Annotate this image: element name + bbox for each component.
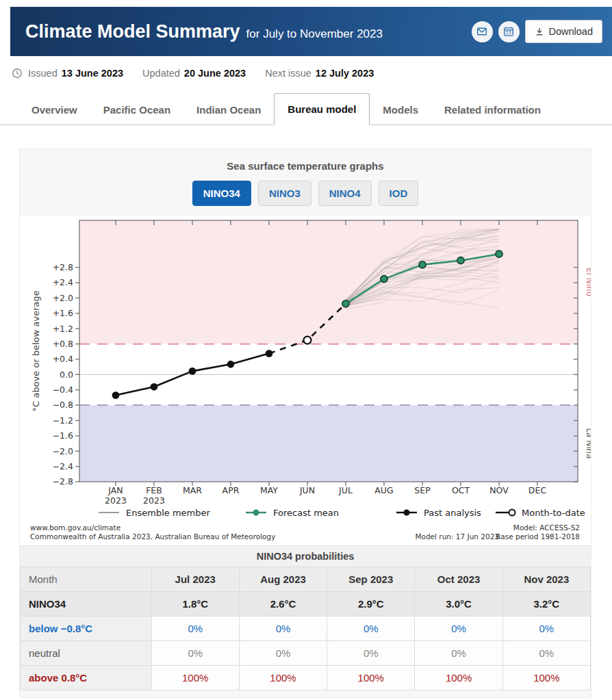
svg-text:Commonwealth of Australia 2023: Commonwealth of Australia 2023, Australi… [30,532,275,541]
svg-text:JUN: JUN [299,485,315,495]
tab-indian-ocean[interactable]: Indian Ocean [183,95,274,125]
svg-text:+1.2: +1.2 [53,324,73,334]
svg-text:Past analysis: Past analysis [424,508,481,518]
issued-date: 13 June 2023 [62,68,123,79]
svg-text:+1.6: +1.6 [53,308,73,318]
page-title: Climate Model Summary for July to Novemb… [25,21,383,42]
issue-info-row: Issued 13 June 2023 Updated 20 June 2023… [12,68,612,79]
svg-text:2023: 2023 [105,495,127,506]
tab-related-information[interactable]: Related information [431,95,554,125]
table-row-below: below −0.8°C 0% 0% 0% 0% 0% [21,617,591,641]
graph-section-title: Sea surface temperature graphs [20,149,591,172]
svg-text:Model run: 17 Jun 2023: Model run: 17 Jun 2023 [415,532,499,541]
svg-text:2023: 2023 [143,495,165,506]
bureau-model-panel: Sea surface temperature graphs NINO34 NI… [19,148,591,698]
svg-text:°C above or below average: °C above or below average [31,291,41,412]
probabilities-table: Month Jul 2023 Aug 2023 Sep 2023 Oct 202… [20,567,591,690]
cell-value: 3.0°C [415,592,502,617]
col-header-oct: Oct 2023 [415,567,502,592]
svg-text:FEB: FEB [146,485,162,495]
row-label-below: below −0.8°C [21,617,152,641]
next-issue-date: 12 July 2023 [316,68,374,79]
cell-value: 100% [415,666,502,690]
probabilities-title: NINO34 probabilities [20,545,591,567]
cell-value: 100% [239,666,327,690]
cell-value: 100% [151,666,239,690]
table-header-row: Month Jul 2023 Aug 2023 Sep 2023 Oct 202… [21,567,591,592]
svg-text:Forecast mean: Forecast mean [273,508,339,518]
svg-text:www.bom.gov.au/climate: www.bom.gov.au/climate [30,523,120,532]
iod-button[interactable]: IOD [379,181,419,206]
svg-text:El Niño: El Niño [585,268,591,296]
svg-text:OCT: OCT [452,485,470,495]
page-title-subtitle: for July to November 2023 [246,27,383,41]
header-actions: Download [472,20,603,43]
cell-value: 100% [502,666,590,690]
svg-text:Model: ACCESS-S2: Model: ACCESS-S2 [513,523,580,532]
svg-text:0.0: 0.0 [60,370,73,380]
col-header-aug: Aug 2023 [239,567,327,592]
cell-value: 0% [415,641,502,666]
nino4-button[interactable]: NINO4 [318,181,372,206]
svg-text:Month-to-date: Month-to-date [522,508,585,518]
cell-value: 2.6°C [239,592,327,617]
calendar-icon[interactable] [498,21,520,42]
cell-value: 0% [151,617,239,641]
nino34-button[interactable]: NINO34 [192,181,251,206]
col-header-sep: Sep 2023 [327,567,415,592]
svg-text:−2.0: −2.0 [53,446,73,456]
svg-text:−2.4: −2.4 [53,461,73,471]
svg-text:Base period 1981-2018: Base period 1981-2018 [496,532,580,541]
svg-text:MAR: MAR [183,485,202,495]
svg-text:JAN: JAN [107,485,123,495]
cell-value: 0% [415,617,502,641]
svg-text:APR: APR [222,485,240,495]
svg-text:La Niña: La Niña [585,428,591,458]
svg-text:+2.8: +2.8 [53,262,73,272]
svg-text:DEC: DEC [528,485,547,495]
issued-label: Issued [28,68,58,79]
download-label: Download [549,26,594,37]
header-bar: Climate Model Summary for July to Novemb… [10,7,612,56]
tab-overview[interactable]: Overview [18,95,90,125]
cell-value: 0% [327,641,415,666]
svg-text:−0.4: −0.4 [53,385,73,395]
download-button[interactable]: Download [525,20,603,43]
table-row-nino34: NINO34 1.8°C 2.6°C 2.9°C 3.0°C 3.2°C [21,592,591,617]
row-label-above: above 0.8°C [21,666,152,690]
svg-text:+2.4: +2.4 [53,277,73,287]
updated-label: Updated [142,68,180,79]
cell-value: 2.9°C [327,592,415,617]
cell-value: 0% [327,617,415,641]
svg-text:Ensemble member: Ensemble member [126,508,210,518]
svg-text:+0.4: +0.4 [53,354,73,364]
col-header-jul: Jul 2023 [151,567,239,592]
col-header-nov: Nov 2023 [502,567,590,592]
email-icon[interactable] [472,21,493,42]
next-issue-label: Next issue [265,68,311,79]
tab-bureau-model[interactable]: Bureau model [274,93,370,125]
tab-models[interactable]: Models [370,95,431,125]
cell-value: 3.2°C [502,592,590,617]
cell-value: 0% [502,641,590,666]
svg-text:SEP: SEP [414,485,431,495]
panel-bottom-padding [20,690,591,697]
table-row-neutral: neutral 0% 0% 0% 0% 0% [21,641,591,666]
cell-value: 0% [239,617,327,641]
nino3-button[interactable]: NINO3 [258,181,311,206]
svg-text:−1.2: −1.2 [53,415,73,426]
svg-text:NOV: NOV [489,485,509,495]
page: Climate Model Summary for July to Novemb… [0,0,612,700]
svg-text:AUG: AUG [374,485,393,495]
sst-chart: +2.8+2.4+2.0+1.6+1.2+0.8+0.40.0−0.4−0.8−… [20,216,591,545]
col-header-month: Month [21,567,152,592]
graph-selector-buttons: NINO34 NINO3 NINO4 IOD [20,181,591,206]
cell-value: 1.8°C [151,592,239,617]
tab-pacific-ocean[interactable]: Pacific Ocean [90,95,183,125]
tab-bar: Overview Pacific Ocean Indian Ocean Bure… [0,93,612,125]
svg-text:+2.0: +2.0 [53,293,73,303]
svg-text:−1.6: −1.6 [53,430,73,441]
cell-value: 0% [239,641,327,666]
table-row-above: above 0.8°C 100% 100% 100% 100% 100% [21,666,591,690]
svg-text:MAY: MAY [260,485,278,495]
